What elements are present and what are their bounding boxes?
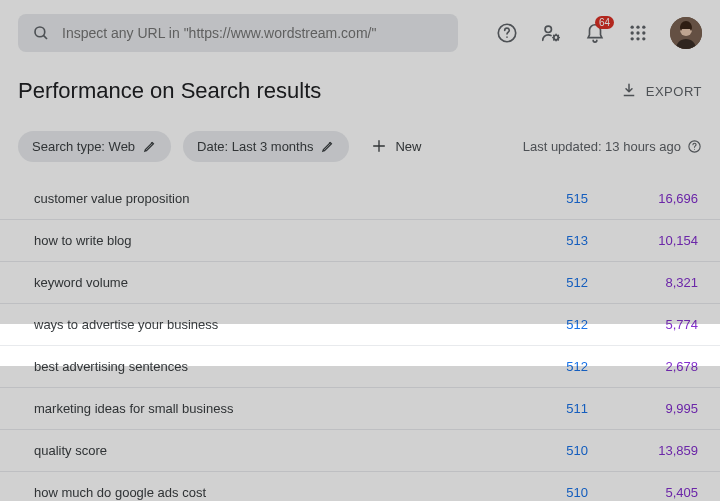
svg-line-1 bbox=[43, 35, 47, 39]
apps-grid-icon[interactable] bbox=[628, 23, 648, 43]
search-input[interactable] bbox=[62, 25, 444, 41]
clicks-cell: 512 bbox=[478, 317, 588, 332]
query-cell: ways to advertise your business bbox=[34, 317, 478, 332]
new-label: New bbox=[395, 139, 421, 154]
page-title: Performance on Search results bbox=[18, 78, 321, 104]
table-row[interactable]: how much do google ads cost5105,405 bbox=[0, 472, 720, 501]
clicks-cell: 511 bbox=[478, 401, 588, 416]
svg-point-6 bbox=[631, 26, 634, 29]
clicks-cell: 510 bbox=[478, 485, 588, 500]
svg-point-8 bbox=[642, 26, 645, 29]
search-type-chip[interactable]: Search type: Web bbox=[18, 131, 171, 162]
svg-point-11 bbox=[642, 31, 645, 34]
impressions-cell: 5,405 bbox=[588, 485, 698, 500]
svg-point-12 bbox=[631, 37, 634, 40]
query-cell: best advertising sentences bbox=[34, 359, 478, 374]
export-button[interactable]: EXPORT bbox=[620, 82, 702, 100]
clicks-cell: 510 bbox=[478, 443, 588, 458]
table-row[interactable]: how to write blog51310,154 bbox=[0, 220, 720, 262]
impressions-cell: 8,321 bbox=[588, 275, 698, 290]
table-row[interactable]: marketing ideas for small business5119,9… bbox=[0, 388, 720, 430]
svg-point-7 bbox=[636, 26, 639, 29]
last-updated: Last updated: 13 hours ago bbox=[523, 139, 702, 154]
query-cell: keyword volume bbox=[34, 275, 478, 290]
notification-badge: 64 bbox=[595, 16, 614, 29]
help-icon[interactable] bbox=[496, 22, 518, 44]
download-icon bbox=[620, 82, 638, 100]
svg-point-14 bbox=[642, 37, 645, 40]
url-inspect-search[interactable] bbox=[18, 14, 458, 52]
query-cell: how to write blog bbox=[34, 233, 478, 248]
query-cell: marketing ideas for small business bbox=[34, 401, 478, 416]
table-row[interactable]: ways to advertise your business5125,774 bbox=[0, 304, 720, 346]
plus-icon bbox=[371, 138, 387, 154]
search-icon bbox=[32, 24, 50, 42]
svg-point-18 bbox=[694, 148, 695, 149]
table-row[interactable]: customer value proposition51516,696 bbox=[0, 178, 720, 220]
impressions-cell: 2,678 bbox=[588, 359, 698, 374]
svg-point-10 bbox=[636, 31, 639, 34]
impressions-cell: 10,154 bbox=[588, 233, 698, 248]
user-settings-icon[interactable] bbox=[540, 22, 562, 44]
search-type-label: Search type: Web bbox=[32, 139, 135, 154]
clicks-cell: 513 bbox=[478, 233, 588, 248]
query-cell: customer value proposition bbox=[34, 191, 478, 206]
export-label: EXPORT bbox=[646, 84, 702, 99]
clicks-cell: 515 bbox=[478, 191, 588, 206]
avatar[interactable] bbox=[670, 17, 702, 49]
svg-point-4 bbox=[545, 26, 551, 32]
table-row[interactable]: keyword volume5128,321 bbox=[0, 262, 720, 304]
notifications-icon[interactable]: 64 bbox=[584, 22, 606, 44]
impressions-cell: 9,995 bbox=[588, 401, 698, 416]
svg-point-3 bbox=[506, 36, 508, 38]
table-row[interactable]: best advertising sentences5122,678 bbox=[0, 346, 720, 388]
last-updated-text: Last updated: 13 hours ago bbox=[523, 139, 681, 154]
date-chip[interactable]: Date: Last 3 months bbox=[183, 131, 349, 162]
new-filter-button[interactable]: New bbox=[361, 130, 431, 162]
query-cell: how much do google ads cost bbox=[34, 485, 478, 500]
pencil-icon bbox=[321, 139, 335, 153]
svg-point-13 bbox=[636, 37, 639, 40]
impressions-cell: 5,774 bbox=[588, 317, 698, 332]
impressions-cell: 16,696 bbox=[588, 191, 698, 206]
table-row[interactable]: quality score51013,859 bbox=[0, 430, 720, 472]
queries-table: customer value proposition51516,696how t… bbox=[0, 178, 720, 501]
clicks-cell: 512 bbox=[478, 359, 588, 374]
svg-point-9 bbox=[631, 31, 634, 34]
impressions-cell: 13,859 bbox=[588, 443, 698, 458]
query-cell: quality score bbox=[34, 443, 478, 458]
info-icon[interactable] bbox=[687, 139, 702, 154]
date-label: Date: Last 3 months bbox=[197, 139, 313, 154]
svg-point-0 bbox=[35, 27, 45, 37]
pencil-icon bbox=[143, 139, 157, 153]
clicks-cell: 512 bbox=[478, 275, 588, 290]
